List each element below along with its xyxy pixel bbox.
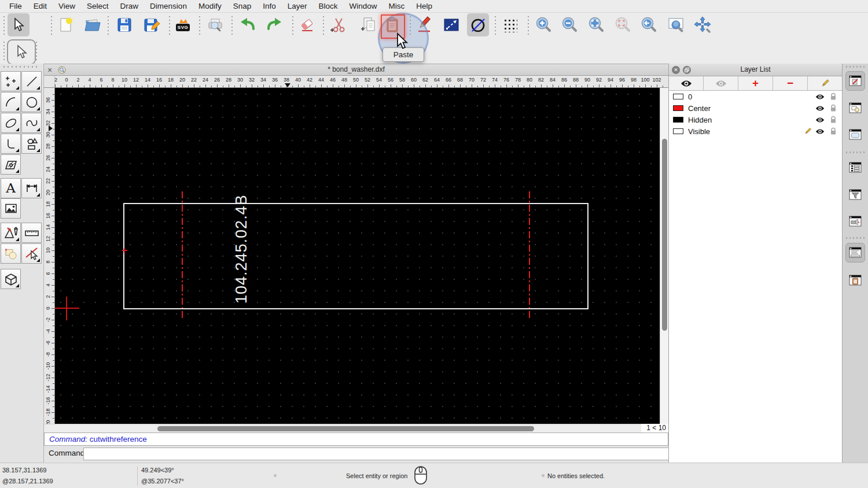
layer-list-dock-icon[interactable] xyxy=(845,158,865,178)
points-tool-button[interactable] xyxy=(1,71,21,91)
remove-layer-button[interactable]: − xyxy=(773,76,808,90)
zoom-out-button[interactable] xyxy=(558,13,580,36)
menu-select[interactable]: Select xyxy=(81,0,115,13)
layer-visibility-icon[interactable] xyxy=(815,105,825,113)
hide-all-layers-button[interactable] xyxy=(704,76,738,90)
command-widget-dock-icon[interactable] xyxy=(845,243,865,263)
print-preview-button[interactable] xyxy=(204,13,226,36)
order-tool-button[interactable] xyxy=(1,243,21,264)
laser-pointer-dock-icon[interactable] xyxy=(845,212,865,231)
measure-tool-button[interactable] xyxy=(21,223,42,243)
line-tool-button[interactable] xyxy=(21,71,42,91)
edit-layer-button[interactable] xyxy=(808,76,842,90)
layer-color-swatch[interactable] xyxy=(673,105,683,111)
layer-visibility-icon[interactable] xyxy=(815,128,825,136)
open-file-button[interactable] xyxy=(82,13,104,36)
polyline-icon xyxy=(4,137,18,151)
menu-window[interactable]: Window xyxy=(344,0,383,13)
grid-toggle-button[interactable] xyxy=(499,13,521,36)
layer-visibility-icon[interactable] xyxy=(815,116,825,125)
copy-button[interactable] xyxy=(358,13,380,36)
menu-block[interactable]: Block xyxy=(313,0,344,13)
tab-close-icon[interactable]: × xyxy=(47,65,52,76)
draft-mode-button[interactable] xyxy=(467,13,489,36)
horizontal-scrollbar-thumb[interactable] xyxy=(157,426,534,431)
layer-row-0[interactable]: 0 xyxy=(669,91,842,102)
block-3d-button[interactable] xyxy=(1,269,21,289)
layer-row-visible[interactable]: Visible xyxy=(669,125,842,137)
polygon-tool-button[interactable] xyxy=(21,134,42,154)
menu-modify[interactable]: Modify xyxy=(193,0,227,13)
command-prompt-label: Command: xyxy=(49,449,87,457)
panel-undock-icon[interactable] xyxy=(683,66,691,74)
select-entity-button[interactable] xyxy=(21,243,42,264)
menu-file[interactable]: File xyxy=(3,0,28,13)
layer-row-center[interactable]: Center xyxy=(669,102,842,114)
redo-button[interactable] xyxy=(263,13,285,36)
command-input[interactable] xyxy=(83,448,698,460)
erase-button[interactable] xyxy=(296,13,318,36)
ellipse-tool-button[interactable] xyxy=(1,113,21,133)
menu-draw[interactable]: Draw xyxy=(115,0,145,13)
menu-edit[interactable]: Edit xyxy=(28,0,53,13)
block-list-dock-icon[interactable] xyxy=(845,98,865,118)
layer-filter-dock-icon[interactable] xyxy=(845,185,865,205)
pen-wizard-dock-icon[interactable] xyxy=(845,71,865,91)
zoom-pan-button[interactable] xyxy=(692,13,713,36)
hatch-tool-button[interactable] xyxy=(1,154,21,175)
layer-visibility-icon[interactable] xyxy=(815,93,825,102)
export-svg-button[interactable]: SVG xyxy=(172,13,194,36)
relative-line-button[interactable] xyxy=(440,13,462,36)
menu-help[interactable]: Help xyxy=(410,0,438,13)
library-browser-dock-icon[interactable] xyxy=(845,125,865,145)
modify-tools-button[interactable] xyxy=(1,223,21,243)
polar-absolute: 49.249<39° xyxy=(141,467,174,474)
polyline-tool-button[interactable] xyxy=(1,134,21,154)
drawing-canvas[interactable]: 104.245.02.4B xyxy=(55,88,660,424)
layer-color-swatch[interactable] xyxy=(673,128,683,134)
vertical-scrollbar-thumb[interactable] xyxy=(662,139,667,331)
menu-view[interactable]: View xyxy=(53,0,81,13)
new-file-button[interactable] xyxy=(54,13,76,36)
zoom-auto-button[interactable] xyxy=(585,13,607,36)
select-tool-button[interactable] xyxy=(8,13,30,36)
layer-lock-icon[interactable] xyxy=(830,93,837,102)
zoom-selected-button[interactable] xyxy=(612,13,634,36)
layer-color-swatch[interactable] xyxy=(673,117,683,123)
save-button[interactable] xyxy=(113,13,135,36)
circle-tool-button[interactable] xyxy=(21,92,42,112)
layer-lock-icon[interactable] xyxy=(830,104,837,114)
cut-button[interactable] xyxy=(327,13,349,36)
selection-pointer-button[interactable] xyxy=(7,39,36,65)
image-tool-button[interactable] xyxy=(1,198,21,219)
dimension-tool-button[interactable] xyxy=(21,178,42,198)
menu-info[interactable]: Info xyxy=(257,0,282,13)
zoom-in-button[interactable] xyxy=(532,13,554,36)
menu-misc[interactable]: Misc xyxy=(383,0,411,13)
layer-row-hidden[interactable]: Hidden xyxy=(669,114,842,125)
panel-close-icon[interactable]: ✕ xyxy=(672,66,680,74)
undo-button[interactable] xyxy=(237,13,259,36)
vertical-scrollbar[interactable] xyxy=(660,88,668,424)
strip-drag-handle[interactable] xyxy=(846,66,865,68)
text-tool-button[interactable]: A xyxy=(1,178,21,198)
v-ruler-tick xyxy=(52,320,54,320)
menu-dimension[interactable]: Dimension xyxy=(144,0,193,13)
show-all-layers-button[interactable] xyxy=(669,76,704,90)
layer-color-swatch[interactable] xyxy=(673,94,683,99)
layer-lock-icon[interactable] xyxy=(830,116,837,125)
drawn-rectangle[interactable] xyxy=(123,203,589,309)
horizontal-scrollbar[interactable] xyxy=(44,424,641,432)
add-layer-button[interactable]: + xyxy=(738,76,773,90)
arc-tool-button[interactable] xyxy=(1,92,21,112)
zoom-previous-button[interactable] xyxy=(638,13,660,36)
layer-lock-icon[interactable] xyxy=(830,127,837,137)
menu-snap[interactable]: Snap xyxy=(227,0,258,13)
palette-drag-handle[interactable] xyxy=(3,66,38,68)
layer-panel-title: Layer List xyxy=(669,64,842,75)
spline-tool-button[interactable] xyxy=(21,113,42,133)
save-as-button[interactable] xyxy=(141,13,163,36)
clipboard-dock-icon[interactable] xyxy=(845,271,865,290)
menu-layer[interactable]: Layer xyxy=(282,0,313,13)
zoom-window-button[interactable] xyxy=(665,13,687,36)
